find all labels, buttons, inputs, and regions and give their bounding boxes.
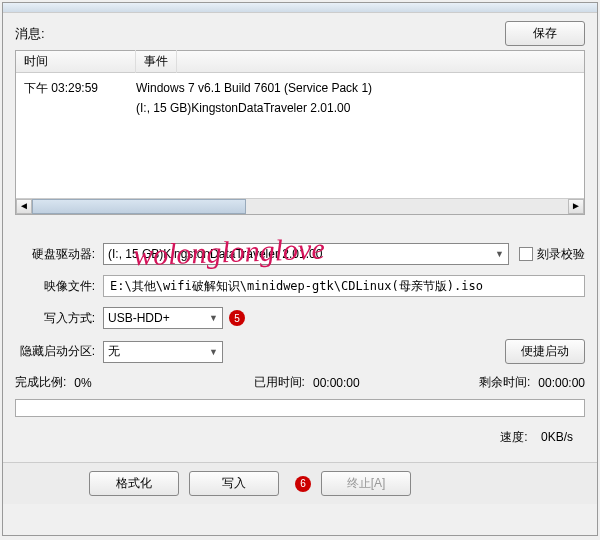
remain-label: 剩余时间: (479, 374, 530, 391)
scroll-left-icon[interactable]: ◄ (16, 199, 32, 214)
format-button[interactable]: 格式化 (89, 471, 179, 496)
speed-value: 0KB/s (541, 430, 573, 444)
message-label: 消息: (15, 25, 45, 43)
annotation-badge-6: 6 (295, 476, 311, 492)
ratio-label: 完成比例: (15, 374, 66, 391)
drive-select[interactable]: (I:, 15 GB)KingstonDataTraveler 2.01.00 … (103, 243, 509, 265)
bottom-toolbar: 格式化 写入 6 终止[A] (3, 462, 597, 504)
chevron-down-icon: ▼ (209, 347, 218, 357)
verify-checkbox[interactable] (519, 247, 533, 261)
elapsed-label: 已用时间: (254, 374, 305, 391)
settings-form: 硬盘驱动器: (I:, 15 GB)KingstonDataTraveler 2… (15, 243, 585, 454)
hide-partition-label: 隐藏启动分区: (15, 343, 95, 360)
verify-label: 刻录校验 (537, 246, 585, 263)
abort-button[interactable]: 终止[A] (321, 471, 411, 496)
save-button[interactable]: 保存 (505, 21, 585, 46)
log-h-scrollbar[interactable]: ◄ ► (16, 198, 584, 214)
hide-partition-select[interactable]: 无 ▼ (103, 341, 223, 363)
hide-partition-value: 无 (108, 343, 120, 360)
speed-row: 速度: 0KB/s (15, 425, 585, 454)
window-titlebar (3, 3, 597, 13)
write-button[interactable]: 写入 (189, 471, 279, 496)
ratio-value: 0% (74, 376, 134, 390)
scroll-track[interactable] (32, 199, 568, 214)
speed-label: 速度: (500, 430, 527, 444)
log-panel: 时间 事件 下午 03:29:59 Windows 7 v6.1 Build 7… (15, 50, 585, 215)
log-header: 时间 事件 (16, 51, 584, 73)
write-mode-select[interactable]: USB-HDD+ ▼ (103, 307, 223, 329)
log-row: 下午 03:29:59 Windows 7 v6.1 Build 7601 (S… (16, 73, 584, 125)
scroll-thumb[interactable] (32, 199, 246, 214)
chevron-down-icon: ▼ (495, 249, 504, 259)
progress-bar (15, 399, 585, 417)
log-event: Windows 7 v6.1 Build 7601 (Service Pack … (136, 79, 372, 119)
col-time[interactable]: 时间 (16, 50, 136, 73)
write-mode-value: USB-HDD+ (108, 311, 170, 325)
chevron-down-icon: ▼ (209, 313, 218, 323)
image-path-input[interactable] (103, 275, 585, 297)
annotation-badge-5: 5 (229, 310, 245, 326)
drive-label: 硬盘驱动器: (15, 246, 95, 263)
remain-value: 00:00:00 (538, 376, 585, 390)
col-event[interactable]: 事件 (136, 50, 177, 73)
progress-info: 完成比例: 0% 已用时间: 00:00:00 剩余时间: 00:00:00 (15, 374, 585, 391)
image-label: 映像文件: (15, 278, 95, 295)
scroll-right-icon[interactable]: ► (568, 199, 584, 214)
elapsed-value: 00:00:00 (313, 376, 360, 390)
write-mode-label: 写入方式: (15, 310, 95, 327)
log-time: 下午 03:29:59 (24, 79, 136, 119)
main-window: 消息: 保存 时间 事件 下午 03:29:59 Windows 7 v6.1 … (2, 2, 598, 536)
quick-boot-button[interactable]: 便捷启动 (505, 339, 585, 364)
drive-value: (I:, 15 GB)KingstonDataTraveler 2.01.00 (108, 247, 322, 261)
